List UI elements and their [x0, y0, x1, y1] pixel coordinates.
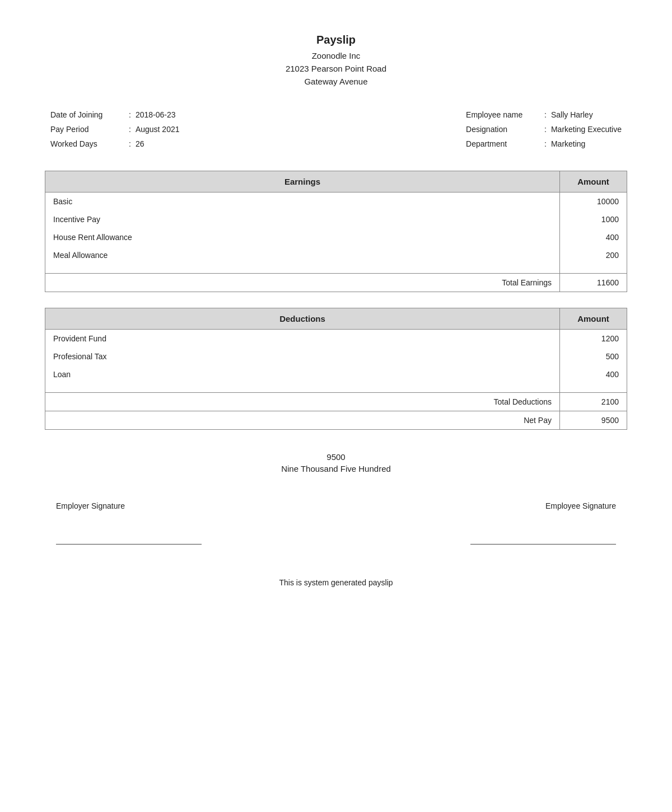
pay-period-row: Pay Period : August 2021 [50, 125, 180, 134]
worked-days-row: Worked Days : 26 [50, 139, 180, 148]
deductions-section: Deductions Amount Provident Fund1200Prof… [45, 308, 627, 430]
designation-value: Marketing Executive [551, 125, 622, 134]
deduction-amount: 500 [560, 348, 627, 365]
deduction-amount: 1200 [560, 330, 627, 348]
spacer-row [45, 383, 627, 393]
employee-signature-label: Employee Signature [545, 501, 616, 510]
date-of-joining-label: Date of Joining [50, 110, 129, 119]
table-row: Incentive Pay1000 [45, 210, 627, 228]
deduction-label: Provident Fund [45, 330, 560, 348]
address-line2: Gateway Avenue [304, 77, 367, 86]
signature-section: Employer Signature Employee Signature [45, 501, 627, 545]
date-of-joining-value: 2018-06-23 [136, 110, 176, 119]
employee-name-label: Employee name [466, 110, 544, 119]
employee-name-value: Sally Harley [551, 110, 593, 119]
table-row: Profesional Tax500 [45, 348, 627, 365]
total-earnings-label: Total Earnings [45, 274, 560, 292]
footer-text: This is system generated payslip [279, 578, 393, 587]
employee-name-row: Employee name : Sally Harley [466, 110, 622, 119]
table-row: House Rent Allowance400 [45, 228, 627, 246]
department-value: Marketing [551, 139, 585, 148]
deduction-amount: 400 [560, 365, 627, 383]
net-pay-row: Net Pay9500 [45, 411, 627, 430]
employer-signature-line [56, 544, 202, 545]
worked-days-value: 26 [136, 139, 144, 148]
payslip-header: Payslip Zoonodle Inc 21023 Pearson Point… [45, 34, 627, 88]
pay-period-label: Pay Period [50, 125, 129, 134]
net-pay-summary: 9500 Nine Thousand Five Hundred [45, 452, 627, 473]
earning-label: House Rent Allowance [45, 228, 560, 246]
earning-label: Basic [45, 193, 560, 211]
pay-period-value: August 2021 [136, 125, 180, 134]
net-pay-value: 9500 [560, 411, 627, 430]
earning-amount: 400 [560, 228, 627, 246]
employer-signature-label: Employer Signature [56, 501, 125, 510]
deduction-label: Profesional Tax [45, 348, 560, 365]
deductions-table: Deductions Amount Provident Fund1200Prof… [45, 308, 627, 430]
employer-signature-block: Employer Signature [56, 501, 202, 545]
earning-label: Meal Allowance [45, 246, 560, 264]
total-deductions-label: Total Deductions [45, 393, 560, 411]
worked-days-label: Worked Days [50, 139, 129, 148]
designation-row: Designation : Marketing Executive [466, 125, 622, 134]
info-left-column: Date of Joining : 2018-06-23 Pay Period … [50, 110, 180, 148]
total-earnings-row: Total Earnings11600 [45, 274, 627, 292]
info-right-column: Employee name : Sally Harley Designation… [466, 110, 622, 148]
deductions-header: Deductions [45, 308, 560, 330]
earnings-table: Earnings Amount Basic10000Incentive Pay1… [45, 171, 627, 292]
payslip-title: Payslip [45, 34, 627, 46]
department-row: Department : Marketing [466, 139, 622, 148]
earnings-section: Earnings Amount Basic10000Incentive Pay1… [45, 171, 627, 292]
deduction-label: Loan [45, 365, 560, 383]
table-row: Basic10000 [45, 193, 627, 211]
earning-amount: 10000 [560, 193, 627, 211]
net-pay-words: Nine Thousand Five Hundred [45, 464, 627, 473]
total-earnings-value: 11600 [560, 274, 627, 292]
designation-label: Designation [466, 125, 544, 134]
table-row: Loan400 [45, 365, 627, 383]
table-row: Meal Allowance200 [45, 246, 627, 264]
net-pay-label: Net Pay [45, 411, 560, 430]
date-of-joining-row: Date of Joining : 2018-06-23 [50, 110, 180, 119]
earnings-header: Earnings [45, 171, 560, 193]
employee-info: Date of Joining : 2018-06-23 Pay Period … [45, 110, 627, 148]
employee-signature-block: Employee Signature [470, 501, 616, 545]
company-name: Zoonodle Inc [45, 51, 627, 60]
net-pay-number: 9500 [45, 452, 627, 462]
address-line1: 21023 Pearson Point Road [286, 64, 386, 73]
deductions-amount-header: Amount [560, 308, 627, 330]
earning-amount: 200 [560, 246, 627, 264]
company-address: 21023 Pearson Point Road Gateway Avenue [45, 63, 627, 88]
total-deductions-value: 2100 [560, 393, 627, 411]
footer: This is system generated payslip [45, 578, 627, 587]
earning-amount: 1000 [560, 210, 627, 228]
earnings-amount-header: Amount [560, 171, 627, 193]
employee-signature-line [470, 544, 616, 545]
table-row: Provident Fund1200 [45, 330, 627, 348]
total-deductions-row: Total Deductions2100 [45, 393, 627, 411]
earning-label: Incentive Pay [45, 210, 560, 228]
department-label: Department [466, 139, 544, 148]
spacer-row [45, 264, 627, 274]
